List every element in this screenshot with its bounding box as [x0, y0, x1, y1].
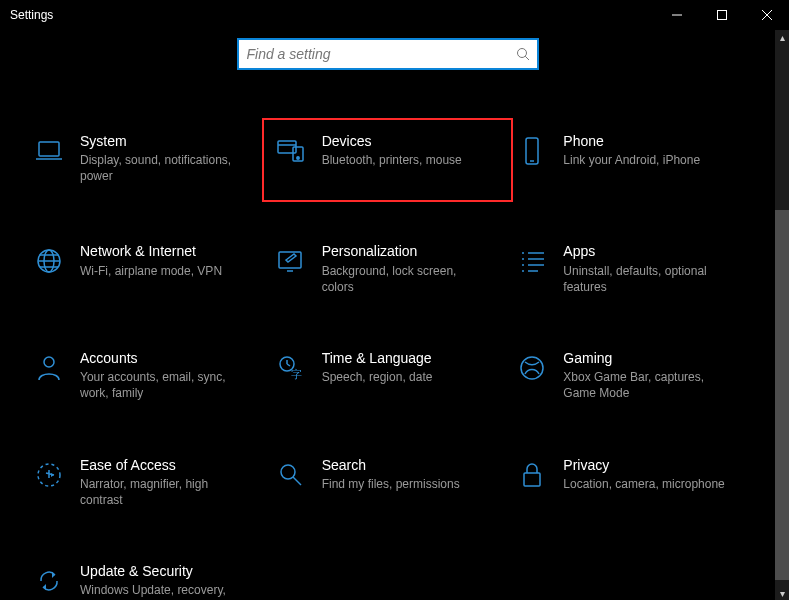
- tile-desc: Xbox Game Bar, captures, Game Mode: [563, 369, 733, 401]
- vertical-scrollbar[interactable]: ▴ ▾: [775, 30, 789, 600]
- tile-ease[interactable]: Ease of Access Narrator, magnifier, high…: [30, 452, 262, 513]
- search-wrap: [0, 38, 775, 70]
- svg-point-11: [296, 157, 298, 159]
- tile-desc: Uninstall, defaults, optional features: [563, 263, 733, 295]
- svg-line-32: [287, 364, 290, 366]
- tile-text: Phone Link your Android, iPhone: [563, 132, 700, 168]
- tile-desc: Your accounts, email, sync, work, family: [80, 369, 250, 401]
- tile-text: Search Find my files, permissions: [322, 456, 460, 492]
- tile-gaming[interactable]: Gaming Xbox Game Bar, captures, Game Mod…: [513, 345, 745, 406]
- svg-rect-1: [717, 11, 726, 20]
- tile-title: Personalization: [322, 242, 492, 260]
- search-input[interactable]: [239, 46, 509, 62]
- tile-desc: Background, lock screen, colors: [322, 263, 492, 295]
- tile-title: Search: [322, 456, 460, 474]
- tile-desc: Windows Update, recovery, backup: [80, 582, 250, 600]
- svg-point-34: [521, 357, 543, 379]
- close-icon: [762, 10, 772, 20]
- tile-privacy[interactable]: Privacy Location, camera, microphone: [513, 452, 745, 513]
- time-language-icon: 字: [274, 351, 308, 385]
- tile-text: Network & Internet Wi-Fi, airplane mode,…: [80, 242, 222, 278]
- tile-title: Devices: [322, 132, 462, 150]
- tile-system[interactable]: System Display, sound, notifications, po…: [30, 128, 262, 192]
- tile-phone[interactable]: Phone Link your Android, iPhone: [513, 128, 745, 192]
- svg-line-38: [293, 477, 301, 485]
- tile-title: Update & Security: [80, 562, 250, 580]
- person-icon: [32, 351, 66, 385]
- maximize-button[interactable]: [699, 0, 744, 30]
- tile-text: Devices Bluetooth, printers, mouse: [322, 132, 462, 168]
- tile-text: Accounts Your accounts, email, sync, wor…: [80, 349, 250, 402]
- tile-accounts[interactable]: Accounts Your accounts, email, sync, wor…: [30, 345, 262, 406]
- maximize-icon: [717, 10, 727, 20]
- sync-icon: [32, 564, 66, 598]
- window-controls: [654, 0, 789, 30]
- window-title: Settings: [10, 8, 53, 22]
- svg-point-37: [281, 465, 295, 479]
- ease-of-access-icon: [32, 458, 66, 492]
- scroll-thumb[interactable]: [775, 210, 789, 580]
- phone-icon: [515, 134, 549, 168]
- globe-icon: [32, 244, 66, 278]
- tile-personalization[interactable]: Personalization Background, lock screen,…: [272, 238, 504, 299]
- apps-list-icon: [515, 244, 549, 278]
- tile-text: Ease of Access Narrator, magnifier, high…: [80, 456, 250, 509]
- laptop-icon: [32, 134, 66, 168]
- scroll-down-arrow[interactable]: ▾: [775, 586, 789, 600]
- devices-icon: [274, 134, 308, 168]
- tile-network[interactable]: Network & Internet Wi-Fi, airplane mode,…: [30, 238, 262, 299]
- tile-apps[interactable]: Apps Uninstall, defaults, optional featu…: [513, 238, 745, 299]
- tile-desc: Wi-Fi, airplane mode, VPN: [80, 263, 222, 279]
- xbox-icon: [515, 351, 549, 385]
- close-button[interactable]: [744, 0, 789, 30]
- tile-desc: Link your Android, iPhone: [563, 152, 700, 168]
- tile-text: Time & Language Speech, region, date: [322, 349, 433, 385]
- tile-desc: Bluetooth, printers, mouse: [322, 152, 462, 168]
- search-icon: [509, 47, 537, 61]
- tile-text: Privacy Location, camera, microphone: [563, 456, 724, 492]
- titlebar: Settings: [0, 0, 789, 30]
- svg-text:字: 字: [291, 368, 302, 380]
- tile-text: Apps Uninstall, defaults, optional featu…: [563, 242, 733, 295]
- svg-line-5: [525, 56, 529, 60]
- content-area: System Display, sound, notifications, po…: [0, 30, 775, 600]
- tile-text: Personalization Background, lock screen,…: [322, 242, 492, 295]
- tile-title: Time & Language: [322, 349, 433, 367]
- tile-title: Phone: [563, 132, 700, 150]
- svg-point-4: [517, 49, 526, 58]
- settings-grid: System Display, sound, notifications, po…: [0, 128, 775, 600]
- minimize-icon: [672, 10, 682, 20]
- tile-search[interactable]: Search Find my files, permissions: [272, 452, 504, 513]
- tile-title: Accounts: [80, 349, 250, 367]
- tile-text: Update & Security Windows Update, recove…: [80, 562, 250, 600]
- svg-rect-39: [524, 473, 540, 486]
- tile-desc: Location, camera, microphone: [563, 476, 724, 492]
- search-box[interactable]: [237, 38, 539, 70]
- tile-title: Privacy: [563, 456, 724, 474]
- paintbrush-icon: [274, 244, 308, 278]
- tile-desc: Display, sound, notifications, power: [80, 152, 250, 184]
- magnifier-icon: [274, 458, 308, 492]
- tile-title: Network & Internet: [80, 242, 222, 260]
- tile-desc: Speech, region, date: [322, 369, 433, 385]
- svg-rect-12: [526, 138, 538, 164]
- tile-desc: Find my files, permissions: [322, 476, 460, 492]
- tile-desc: Narrator, magnifier, high contrast: [80, 476, 250, 508]
- svg-rect-6: [39, 142, 59, 156]
- tile-title: Apps: [563, 242, 733, 260]
- svg-marker-36: [51, 473, 54, 477]
- tile-title: Gaming: [563, 349, 733, 367]
- svg-point-29: [44, 357, 54, 367]
- tile-title: Ease of Access: [80, 456, 250, 474]
- tile-time[interactable]: 字 Time & Language Speech, region, date: [272, 345, 504, 406]
- tile-text: Gaming Xbox Game Bar, captures, Game Mod…: [563, 349, 733, 402]
- tile-update[interactable]: Update & Security Windows Update, recove…: [30, 558, 262, 600]
- settings-window: Settings: [0, 0, 789, 600]
- minimize-button[interactable]: [654, 0, 699, 30]
- tile-title: System: [80, 132, 250, 150]
- scroll-up-arrow[interactable]: ▴: [775, 30, 789, 44]
- tile-text: System Display, sound, notifications, po…: [80, 132, 250, 185]
- lock-icon: [515, 458, 549, 492]
- tile-devices[interactable]: Devices Bluetooth, printers, mouse: [272, 128, 504, 192]
